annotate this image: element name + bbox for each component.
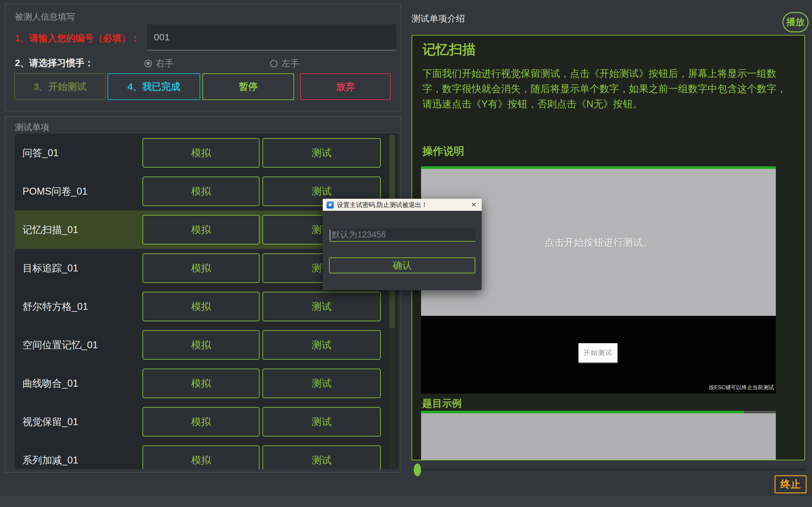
test-item-row: 曲线吻合_01 模拟 测试 xyxy=(15,364,398,403)
simulate-button[interactable]: 模拟 xyxy=(142,215,260,244)
test-item-name: 空间位置记忆_01 xyxy=(22,326,98,364)
subject-id-input[interactable] xyxy=(147,24,396,51)
intro-slider-track[interactable] xyxy=(419,469,806,470)
test-item-name: 视觉保留_01 xyxy=(22,403,78,441)
hand-preference-label: 2、请选择习惯手： xyxy=(15,57,93,69)
question-example-progress-fill xyxy=(421,411,744,413)
subject-id-label: 1、请输入您的编号（必填）： xyxy=(15,32,140,45)
dialog-title: 设置主试密码,防止测试被退出！ xyxy=(337,201,428,209)
subject-info-panel: 被测人信息填写 1、请输入您的编号（必填）： 2、请选择习惯手： 右手 左手 3… xyxy=(5,4,401,111)
subject-info-title: 被测人信息填写 xyxy=(15,11,75,22)
esc-hint-text: 按ESC键可以终止当前测试 xyxy=(709,384,774,391)
test-button[interactable]: 测试 xyxy=(262,292,381,321)
app-shield-icon: ✱ xyxy=(326,201,334,209)
simulate-button[interactable]: 模拟 xyxy=(142,369,260,398)
operation-instructions-heading: 操作说明 xyxy=(422,144,464,158)
test-item-row: 舒尔特方格_01 模拟 测试 xyxy=(15,287,398,326)
test-items-panel: 测试单项 问答_01 模拟 测试 POMS问卷_01 模拟 测试 记忆扫描_01… xyxy=(5,116,401,472)
test-item-name: 曲线吻合_01 xyxy=(22,364,78,403)
play-button[interactable]: 播放 xyxy=(783,12,809,33)
test-button[interactable]: 测试 xyxy=(262,369,381,398)
terminate-button[interactable]: 终止 xyxy=(774,475,807,493)
test-button[interactable]: 测试 xyxy=(262,445,381,469)
simulate-button[interactable]: 模拟 xyxy=(142,445,260,469)
test-button[interactable]: 测试 xyxy=(262,407,381,437)
password-dialog: ✱ 设置主试密码,防止测试被退出！ ✕ 确认 xyxy=(323,199,482,290)
question-example-progress-bar xyxy=(421,411,776,413)
ui-example-black-screen: 开始测试 按ESC键可以终止当前测试 xyxy=(421,316,776,394)
test-item-name: 问答_01 xyxy=(22,134,59,172)
test-item-row: 空间位置记忆_01 模拟 测试 xyxy=(15,326,398,364)
test-item-row: 系列加减_01 模拟 测试 xyxy=(15,441,398,469)
list-scrollbar[interactable] xyxy=(389,135,395,468)
button-divider xyxy=(297,73,298,100)
test-item-name: POMS问卷_01 xyxy=(22,172,87,211)
radio-right-hand-label: 右手 xyxy=(156,57,174,69)
simulate-button[interactable]: 模拟 xyxy=(142,253,260,283)
confirm-button[interactable]: 确认 xyxy=(329,258,475,273)
ui-example-progress-bar xyxy=(421,166,776,169)
intro-panel-title: 测试单项介绍 xyxy=(412,13,465,25)
pause-button[interactable]: 暂停 xyxy=(202,73,294,100)
ui-example-progress-fill xyxy=(421,166,776,169)
test-item-row: 问答_01 模拟 测试 xyxy=(15,134,398,172)
question-example-screen xyxy=(421,413,776,460)
example-start-test-button[interactable]: 开始测试 xyxy=(578,343,618,362)
ui-example-hint-text: 点击开始按钮进行测试。 xyxy=(545,236,653,249)
test-item-name: 目标追踪_01 xyxy=(22,249,78,287)
close-icon[interactable]: ✕ xyxy=(470,201,478,209)
abandon-button[interactable]: 放弃 xyxy=(300,73,391,100)
simulate-button[interactable]: 模拟 xyxy=(142,407,260,437)
bottom-taskbar xyxy=(0,496,812,507)
password-input[interactable] xyxy=(329,228,475,241)
test-items-title: 测试单项 xyxy=(15,122,49,133)
radio-left-hand[interactable]: 左手 xyxy=(270,57,299,69)
question-example-heading: 题目示例 xyxy=(422,397,462,410)
radio-unselected-icon xyxy=(270,60,277,67)
test-item-name: 舒尔特方格_01 xyxy=(22,287,88,326)
test-name-heading: 记忆扫描 xyxy=(422,41,476,58)
test-item-name: 记忆扫描_01 xyxy=(22,211,78,249)
simulate-button[interactable]: 模拟 xyxy=(142,138,260,168)
radio-left-hand-label: 左手 xyxy=(282,57,299,69)
radio-selected-icon xyxy=(144,60,152,67)
radio-right-hand[interactable]: 右手 xyxy=(144,57,174,69)
intro-slider-thumb[interactable] xyxy=(414,463,421,476)
test-button[interactable]: 测试 xyxy=(262,138,381,168)
simulate-button[interactable]: 模拟 xyxy=(142,176,260,206)
text-caret xyxy=(330,230,330,240)
simulate-button[interactable]: 模拟 xyxy=(142,292,260,321)
test-description: 下面我们开始进行视觉保留测试，点击《开始测试》按钮后，屏幕上将显示一组数字，数字… xyxy=(422,66,796,112)
simulate-button[interactable]: 模拟 xyxy=(142,330,260,360)
dialog-titlebar: ✱ 设置主试密码,防止测试被退出！ ✕ xyxy=(323,199,482,211)
test-items-list: 问答_01 模拟 测试 POMS问卷_01 模拟 测试 记忆扫描_01 模拟 测… xyxy=(15,134,398,469)
finished-button[interactable]: 4、我已完成 xyxy=(108,73,200,100)
test-button[interactable]: 测试 xyxy=(262,330,381,360)
test-item-name: 系列加减_01 xyxy=(22,441,78,469)
test-item-row: 视觉保留_01 模拟 测试 xyxy=(15,403,398,441)
start-test-button[interactable]: 3、开始测试 xyxy=(14,73,106,100)
